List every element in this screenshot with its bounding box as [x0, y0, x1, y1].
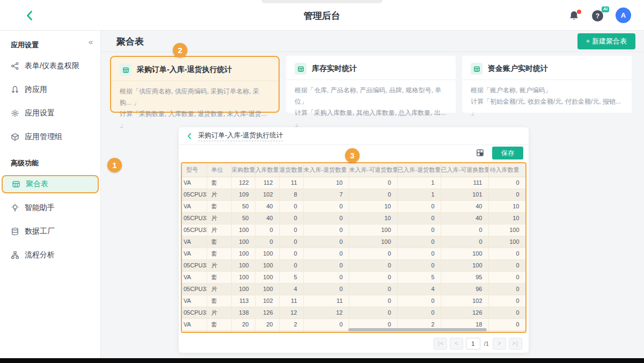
sidebar-item-gear[interactable]: 应用设置: [0, 101, 100, 125]
table-cell: 11: [279, 295, 303, 307]
table-cell: VA: [182, 295, 207, 307]
table-cell: 122: [231, 177, 255, 188]
table-cell: 126: [441, 307, 488, 318]
help-icon[interactable]: ? AI: [592, 10, 604, 22]
table-row: VA套10000010000100: [182, 236, 525, 248]
table-cell: 0: [349, 177, 397, 188]
table-cell: 片: [207, 259, 231, 271]
table-cell: 片: [207, 283, 231, 295]
table-cell: 2: [279, 330, 303, 333]
column-header: 单位: [207, 163, 231, 177]
sidebar-section-label: 高级功能: [0, 149, 100, 172]
table-cell: 100: [488, 236, 525, 248]
notification-bell-icon[interactable]: [568, 10, 580, 22]
table-cell: 5: [279, 271, 303, 283]
next-page-button[interactable]: >: [493, 338, 506, 350]
table-cell: 2: [279, 318, 303, 330]
table-cell: 40: [441, 212, 488, 224]
table-cell: 102: [255, 295, 279, 307]
table-cell: 4: [279, 283, 303, 295]
cube-icon: [11, 133, 19, 141]
table-cell: 0: [279, 212, 303, 224]
table-cell: VA: [182, 271, 207, 283]
sidebar-item-flow[interactable]: 流程分析: [0, 243, 100, 267]
table-cell: 4: [397, 283, 441, 295]
table-cell: 0: [303, 318, 349, 330]
table-cell: 0: [349, 295, 397, 307]
table-cell: 96: [441, 283, 488, 295]
table-cell: 100: [231, 259, 255, 271]
sidebar-item-label: 跨应用: [25, 85, 47, 95]
ai-badge: AI: [602, 6, 609, 12]
table-cell: 100: [231, 271, 255, 283]
sidebar-item-bulb[interactable]: 智能助手: [0, 196, 100, 220]
sidebar-item-label: 表单/仪表盘权限: [25, 61, 79, 71]
table-cell: 套: [207, 295, 231, 307]
table-cell: 0: [303, 259, 349, 271]
sidebar-item-swap[interactable]: 跨应用: [0, 78, 100, 101]
table-cell: 0: [349, 248, 397, 259]
sidebar-collapse-icon[interactable]: «: [89, 37, 93, 46]
table-icon: [12, 180, 20, 188]
table-cell: 0: [441, 236, 488, 248]
table-cell: 102: [441, 295, 488, 307]
share-icon: [11, 62, 19, 70]
table-cell: 0: [488, 330, 525, 333]
table-cell: 1: [397, 177, 441, 188]
card-header: 采购订单-入库-退货执行统计: [111, 57, 279, 81]
table-cell: 0: [397, 212, 441, 224]
page-number-input[interactable]: [466, 338, 480, 350]
table-cell: 0: [303, 224, 349, 236]
sidebar-item-share[interactable]: 表单/仪表盘权限: [0, 54, 100, 78]
sidebar-item-database[interactable]: 数据工厂: [0, 220, 100, 243]
table-cell: 40: [255, 200, 279, 212]
table-cell: 8: [279, 188, 303, 200]
aggregate-card[interactable]: 库存实时统计根据「仓库, 产品名称, 产品编码, 品牌, 规格型号, 单位」计算…: [286, 56, 456, 113]
table-cell: 5: [397, 271, 441, 283]
sidebar: « 应用设置表单/仪表盘权限跨应用应用设置应用管理组高级功能聚合表智能助手数据工…: [0, 31, 101, 358]
prev-page-button[interactable]: <: [450, 338, 463, 350]
aggregate-card[interactable]: 采购订单-入库-退货执行统计根据「供应商名称, 供应商编码, 采购订单名称, 采…: [110, 56, 280, 113]
table-cell: 100: [488, 224, 525, 236]
horizontal-scrollbar[interactable]: [348, 328, 487, 331]
table-cell: 套: [207, 271, 231, 283]
table-cell: 126: [255, 307, 279, 318]
table-cell: 111: [441, 177, 488, 188]
table-icon: [295, 63, 306, 75]
card-description: 根据「账户名称, 账户编码」计算「初始金额/元, 收款金额/元, 付款金额/元,…: [462, 80, 632, 119]
column-header: 未入库-退货数量: [303, 163, 349, 177]
table-cell: 20: [255, 318, 279, 330]
aggregate-card[interactable]: 资金账户实时统计根据「账户名称, 账户编码」计算「初始金额/元, 收款金额/元,…: [462, 56, 632, 113]
table-cell: 102: [255, 188, 279, 200]
table-cell: 0: [397, 236, 441, 248]
aggregate-table-region: 型号单位采购数量入库数量退货数量未入库-退货数量未入库-可退货数量已入库-退货数…: [181, 162, 526, 333]
table-cell: 片: [207, 307, 231, 318]
detail-title[interactable]: 采购订单-入库-退货执行统计: [198, 131, 283, 141]
table-cell: 0: [397, 224, 441, 236]
user-avatar[interactable]: A: [616, 8, 631, 23]
first-page-button[interactable]: |<: [434, 338, 447, 350]
table-cell: 0: [488, 259, 525, 271]
save-button[interactable]: 保存: [492, 147, 523, 159]
table-cell: 0: [397, 295, 441, 307]
table-cell: 100: [255, 283, 279, 295]
table-cell: 113: [231, 295, 255, 307]
sidebar-item-cube[interactable]: 应用管理组: [0, 125, 100, 149]
app-title: 管理后台: [0, 10, 644, 22]
swap-icon: [11, 85, 19, 94]
sidebar-section-label: 应用设置: [0, 31, 100, 54]
table-cell: VA: [182, 177, 207, 188]
table-row: 05CPU33R片1381261212001260: [182, 307, 525, 318]
table-row: 05CPU33R片5040001004010: [182, 212, 525, 224]
sidebar-item-table[interactable]: 聚合表: [2, 175, 99, 193]
new-aggregate-table-button[interactable]: + 新建聚合表: [577, 33, 635, 49]
table-cell: 0: [279, 259, 303, 271]
last-page-button[interactable]: >|: [509, 338, 522, 350]
table-cell: 05CPU33R: [182, 330, 207, 333]
field-settings-icon[interactable]: [476, 149, 485, 157]
table-cell: 套: [207, 318, 231, 330]
table-cell: 片: [207, 330, 231, 333]
table-cell: 12: [279, 307, 303, 318]
detail-back-icon[interactable]: [186, 133, 193, 140]
table-cell: 0: [279, 224, 303, 236]
